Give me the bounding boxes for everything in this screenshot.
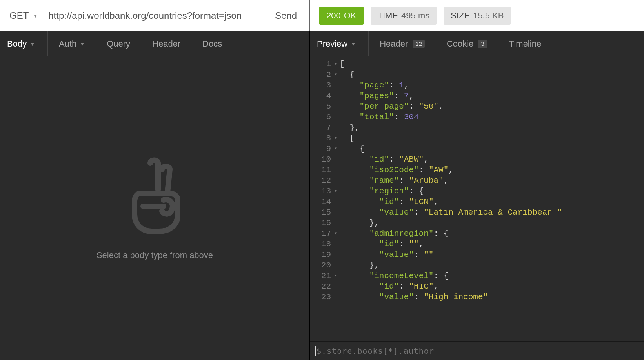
main-area: Body ▼ Auth ▼ Query Header Docs <box>0 31 644 360</box>
line-number: 4 <box>310 91 334 101</box>
tab-cookie[interactable]: Cookie 3 <box>436 31 498 56</box>
fold-toggle-icon <box>334 80 340 91</box>
line-number: 5 <box>310 101 334 112</box>
fold-toggle-icon[interactable]: ▾ <box>334 69 340 80</box>
tab-docs[interactable]: Docs <box>191 31 233 56</box>
json-line[interactable]: 20 }, <box>310 260 644 271</box>
fold-toggle-icon <box>334 218 340 228</box>
chevron-down-icon: ▼ <box>80 41 85 47</box>
request-bar-left: GET ▼ Send <box>0 0 310 31</box>
send-button[interactable]: Send <box>272 10 300 21</box>
json-line[interactable]: 10 "id": "ABW", <box>310 154 644 165</box>
code-content: "value": "High income" <box>340 292 644 302</box>
line-number: 18 <box>310 239 334 249</box>
json-line[interactable]: 22 "id": "HIC", <box>310 281 644 292</box>
json-line[interactable]: 18 "id": "", <box>310 239 644 249</box>
line-number: 7 <box>310 122 334 133</box>
tab-response-header-label: Header <box>380 39 408 49</box>
fold-toggle-icon <box>334 122 340 133</box>
code-content: "per_page": "50", <box>340 101 644 112</box>
json-line[interactable]: 3 "page": 1, <box>310 80 644 91</box>
request-bar: GET ▼ Send 200 OK TIME 495 ms SIZE 15.5 … <box>0 0 644 31</box>
json-line[interactable]: 17▾ "adminregion": { <box>310 228 644 239</box>
tab-query[interactable]: Query <box>96 31 141 56</box>
line-number: 6 <box>310 112 334 122</box>
chevron-down-icon: ▼ <box>351 41 356 47</box>
json-line[interactable]: 13▾ "region": { <box>310 186 644 196</box>
code-content: }, <box>340 260 644 271</box>
line-number: 12 <box>310 175 334 186</box>
json-line[interactable]: 16 }, <box>310 218 644 228</box>
fold-toggle-icon[interactable]: ▾ <box>334 59 340 69</box>
fold-toggle-icon <box>334 112 340 122</box>
request-body-placeholder: Select a body type from above <box>0 56 309 360</box>
fold-toggle-icon <box>334 165 340 175</box>
tab-header[interactable]: Header <box>141 31 191 56</box>
fold-toggle-icon[interactable]: ▾ <box>334 186 340 196</box>
line-number: 15 <box>310 207 334 218</box>
line-number: 19 <box>310 249 334 260</box>
code-content: "adminregion": { <box>340 228 644 239</box>
code-content: "id": "HIC", <box>340 281 644 292</box>
fold-toggle-icon <box>334 260 340 271</box>
cookie-count-badge: 3 <box>478 40 487 48</box>
status-code: 200 <box>326 11 341 21</box>
line-number: 9 <box>310 144 334 154</box>
json-line[interactable]: 14 "id": "LCN", <box>310 196 644 207</box>
code-content: [ <box>340 133 644 144</box>
fold-toggle-icon[interactable]: ▾ <box>334 271 340 281</box>
fold-toggle-icon[interactable]: ▾ <box>334 144 340 154</box>
line-number: 22 <box>310 281 334 292</box>
tab-query-label: Query <box>107 39 130 49</box>
json-line[interactable]: 15 "value": "Latin America & Caribbean " <box>310 207 644 218</box>
tab-body-label: Body <box>7 39 27 49</box>
json-line[interactable]: 5 "per_page": "50", <box>310 101 644 112</box>
tab-auth[interactable]: Auth ▼ <box>48 31 96 56</box>
code-content: "value": "" <box>340 249 644 260</box>
json-line[interactable]: 9▾ { <box>310 144 644 154</box>
url-input[interactable] <box>45 10 272 21</box>
code-content: }, <box>340 122 644 133</box>
fold-toggle-icon <box>334 239 340 249</box>
tab-preview[interactable]: Preview ▼ <box>310 31 369 56</box>
tab-header-label: Header <box>152 39 180 49</box>
body-placeholder-text: Select a body type from above <box>96 250 213 260</box>
tab-preview-label: Preview <box>317 39 347 49</box>
line-number: 3 <box>310 80 334 91</box>
fold-toggle-icon <box>334 154 340 165</box>
fold-toggle-icon[interactable]: ▾ <box>334 228 340 239</box>
json-line[interactable]: 19 "value": "" <box>310 249 644 260</box>
line-number: 13 <box>310 186 334 196</box>
code-content: [ <box>340 59 644 69</box>
json-line[interactable]: 8▾ [ <box>310 133 644 144</box>
code-content: "name": "Aruba", <box>340 175 644 186</box>
line-number: 2 <box>310 69 334 80</box>
fold-toggle-icon <box>334 196 340 207</box>
code-content: "page": 1, <box>340 80 644 91</box>
http-method-dropdown[interactable]: GET ▼ <box>9 10 45 21</box>
json-line[interactable]: 1▾[ <box>310 59 644 69</box>
json-line[interactable]: 6 "total": 304 <box>310 112 644 122</box>
fold-toggle-icon[interactable]: ▾ <box>334 133 340 144</box>
json-line[interactable]: 4 "pages": 7, <box>310 91 644 101</box>
size-value: 15.5 KB <box>473 11 504 21</box>
line-number: 14 <box>310 196 334 207</box>
status-badge: 200 OK <box>319 7 364 25</box>
tab-response-header[interactable]: Header 12 <box>369 31 436 56</box>
json-line[interactable]: 7 }, <box>310 122 644 133</box>
json-line[interactable]: 23 "value": "High income" <box>310 292 644 302</box>
tab-body[interactable]: Body ▼ <box>0 31 48 56</box>
json-line[interactable]: 2▾ { <box>310 69 644 80</box>
jsonpath-input[interactable] <box>317 346 639 356</box>
json-viewer[interactable]: 1▾[2▾ {3 "page": 1,4 "pages": 7,5 "per_p… <box>310 56 644 341</box>
tab-timeline[interactable]: Timeline <box>498 31 552 56</box>
code-content: "pages": 7, <box>340 91 644 101</box>
code-content: "region": { <box>340 186 644 196</box>
code-content: "value": "Latin America & Caribbean " <box>340 207 644 218</box>
line-number: 20 <box>310 260 334 271</box>
code-content: { <box>340 69 644 80</box>
json-line[interactable]: 11 "iso2Code": "AW", <box>310 165 644 175</box>
chevron-down-icon: ▼ <box>30 41 35 47</box>
json-line[interactable]: 21▾ "incomeLevel": { <box>310 271 644 281</box>
json-line[interactable]: 12 "name": "Aruba", <box>310 175 644 186</box>
